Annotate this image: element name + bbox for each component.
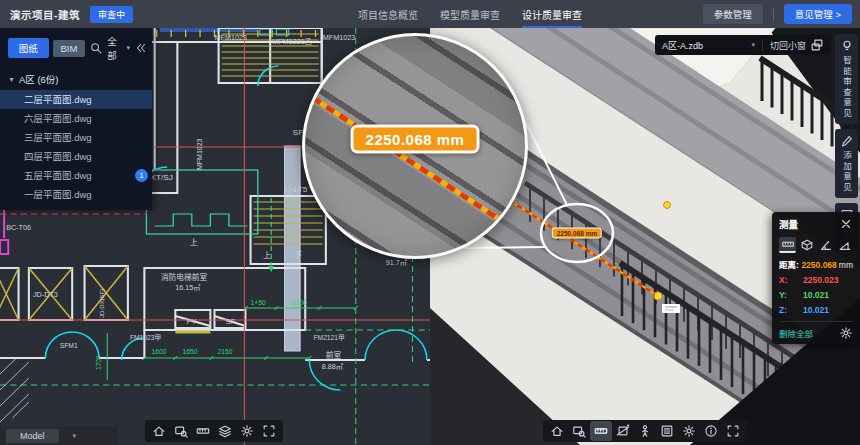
- top-bar: 演示项目-建筑 审查中 项目信息概览模型质量审查设计质量审查 参数管理 意见管理…: [0, 0, 860, 28]
- cad-label: 91.7㎡: [386, 259, 407, 267]
- home-icon: [550, 424, 564, 438]
- tab-bim[interactable]: BIM: [53, 40, 86, 57]
- measure-tools: [779, 237, 853, 253]
- collapse-icon: [134, 41, 148, 55]
- gear-button[interactable]: [236, 421, 258, 441]
- divider: [762, 39, 763, 51]
- cad-label: 8.88㎡: [322, 363, 343, 371]
- cad-label: 前室: [326, 350, 342, 360]
- home-button[interactable]: [148, 421, 170, 441]
- preview-button[interactable]: [170, 421, 192, 441]
- cad-label: 2100: [292, 299, 307, 306]
- cad-label: 上: [190, 238, 198, 247]
- chevron-down-icon: ▾: [127, 44, 131, 52]
- model-selector[interactable]: A区-A.zdb ▾ 切回小窗: [655, 35, 831, 55]
- tab-1[interactable]: 模型质量审查: [440, 1, 500, 28]
- file-item[interactable]: 二层平面图.dwg: [0, 90, 152, 109]
- delete-all-button[interactable]: 删除全部: [779, 327, 813, 339]
- measure-row-label: Z:: [779, 305, 803, 315]
- file-item[interactable]: 六层平面图.dwg: [0, 109, 152, 128]
- measure-tool-volume[interactable]: [798, 237, 815, 253]
- preview-button[interactable]: [568, 421, 590, 441]
- measure-panel-title: 测量: [779, 217, 798, 231]
- measure-tool-slope[interactable]: [836, 237, 853, 253]
- close-icon[interactable]: [839, 217, 853, 231]
- measure-row-value: 2250.068: [801, 260, 836, 270]
- win-switch-icon: [810, 38, 824, 52]
- measurement-tag: 2250.068 mm: [552, 228, 602, 239]
- opinions-button[interactable]: 意见管理 >: [784, 4, 852, 24]
- ruler-icon: [196, 424, 210, 438]
- list-icon: [660, 424, 674, 438]
- bulb-icon: [840, 39, 854, 53]
- cad-label: 下: [294, 251, 302, 260]
- measure-row: X:2250.023: [779, 275, 853, 285]
- file-name: 三层平面图.dwg: [24, 132, 92, 143]
- ruler-button[interactable]: [590, 421, 612, 441]
- switch-window-label: 切回小窗: [770, 39, 806, 52]
- gear-button[interactable]: [678, 421, 700, 441]
- side-button-label: 智能审查意见: [841, 56, 853, 119]
- ruler-min-icon: [781, 237, 795, 251]
- angle-icon: [819, 238, 833, 252]
- measure-point[interactable]: [664, 202, 671, 209]
- chevron-down-icon: ▾: [751, 41, 755, 49]
- side-button-bulb[interactable]: 智能审查意见: [835, 34, 858, 124]
- file-item[interactable]: 五层平面图.dwg1: [0, 166, 152, 185]
- measure-tool-ruler-min[interactable]: [779, 237, 796, 253]
- home-button[interactable]: [546, 421, 568, 441]
- file-item[interactable]: 三层平面图.dwg: [0, 128, 152, 147]
- fullscreen-button[interactable]: [722, 421, 744, 441]
- person-button[interactable]: [634, 421, 656, 441]
- measure-point[interactable]: [654, 292, 662, 300]
- info-button[interactable]: [700, 421, 722, 441]
- section-button[interactable]: [612, 421, 634, 441]
- section-icon: [616, 424, 630, 438]
- measure-panel: 测量 距离:2250.068mmX:2250.023Y:10.021Z:10.0…: [772, 212, 860, 344]
- cad-label: 1700: [95, 355, 102, 370]
- home-icon: [152, 424, 166, 438]
- filter-dropdown[interactable]: 全部▾: [107, 34, 130, 62]
- measure-row-label: 距离:: [779, 258, 801, 270]
- measure-row: Y:10.021: [779, 290, 853, 300]
- measure-row: 距离:2250.068mm: [779, 258, 853, 270]
- pencil-icon: [840, 134, 854, 148]
- file-name: 四层平面图.dwg: [24, 151, 92, 162]
- gear-icon[interactable]: [839, 326, 853, 340]
- fullscreen-icon: [726, 424, 740, 438]
- switch-window-button[interactable]: 切回小窗: [770, 38, 824, 52]
- cad-label: MFM1023: [196, 139, 204, 170]
- chevron-down-icon[interactable]: ▾: [73, 432, 77, 440]
- search-icon-slot[interactable]: [89, 41, 103, 55]
- group-label: A区 (6份): [19, 72, 59, 86]
- measure-tool-angle[interactable]: [817, 237, 834, 253]
- cad-label: SFM1: [60, 342, 78, 349]
- model-tab[interactable]: Model: [6, 429, 59, 443]
- tab-2[interactable]: 设计质量审查: [522, 1, 582, 28]
- cad-label: MFM1221乙: [272, 38, 312, 46]
- measure-row-unit: mm: [839, 260, 853, 270]
- fullscreen-icon: [262, 424, 276, 438]
- file-group[interactable]: ▼ A区 (6份): [0, 68, 152, 90]
- list-button[interactable]: [656, 421, 678, 441]
- project-title: 演示项目-建筑: [10, 7, 80, 22]
- tab-drawings[interactable]: 图纸: [8, 38, 49, 58]
- gear-icon: [240, 424, 254, 438]
- viewer-toolbar: [543, 420, 747, 442]
- file-item[interactable]: 四层平面图.dwg: [0, 147, 152, 166]
- info-icon: [704, 424, 718, 438]
- tab-0[interactable]: 项目信息概览: [358, 1, 418, 28]
- ruler-button[interactable]: [192, 421, 214, 441]
- filter-label: 全部: [107, 34, 125, 62]
- fullscreen-button[interactable]: [258, 421, 280, 441]
- file-item[interactable]: 一层平面图.dwg: [0, 185, 152, 204]
- layers-button[interactable]: [214, 421, 236, 441]
- measurement-label: 2250.068 mm: [351, 125, 480, 154]
- params-button[interactable]: 参数管理: [703, 4, 763, 24]
- side-button-pencil[interactable]: 添加意见: [835, 129, 858, 198]
- collapse-icon-slot[interactable]: [134, 41, 148, 55]
- cad-label: FM1023甲: [130, 334, 161, 342]
- file-name: 六层平面图.dwg: [24, 113, 92, 124]
- cad-label: JD-DT3: [33, 291, 58, 299]
- cad-label: PY: [187, 318, 197, 326]
